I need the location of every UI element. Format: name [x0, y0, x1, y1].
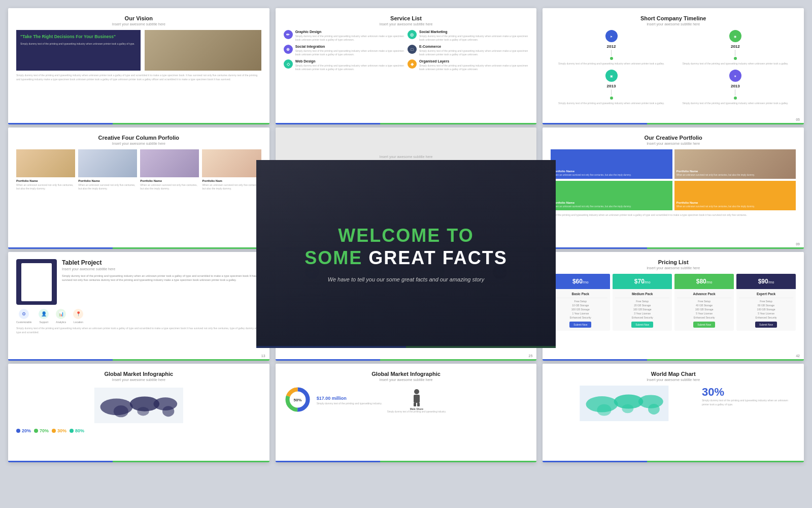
- feature-medium-1: Free Setup: [615, 300, 669, 303]
- overlay-content: WELCOME TO SOME GREAT FACTS We have to t…: [289, 210, 522, 297]
- list-item: ⊕ Social Integration Simply dummy text o…: [284, 45, 404, 56]
- val-70: 70%: [40, 428, 49, 433]
- slide-2-subtitle: Insert your awesome subtitle here: [284, 22, 529, 26]
- feature-expert-3: 100 GB Storage: [739, 308, 793, 311]
- svg-point-20: [622, 404, 634, 414]
- timeline-desc-3: Simply dummy text of the printing and ty…: [682, 62, 788, 66]
- submit-medium-button[interactable]: Submit Now: [631, 322, 653, 328]
- tablet-subtitle: Insert your awesome subtitle here: [62, 267, 261, 271]
- list-item: ◎ Social Marketing Simply dummy text of …: [408, 30, 528, 42]
- svg-rect-14: [414, 403, 416, 406]
- service-name: E-Commerce: [419, 45, 528, 48]
- great-facts-text: GREAT FACTS: [368, 247, 507, 268]
- pct-20: 20%: [16, 428, 31, 433]
- portfolio-grid: Portfolio Name When an unknown survived …: [16, 149, 261, 190]
- welcome-text: WELCOME TO: [338, 225, 473, 246]
- feature-analytics: 📊 Analytics: [56, 309, 66, 324]
- portfolio-name-4: Portfolio Nam: [202, 179, 261, 182]
- male-figure: Male Share Simply dummy text of the prin…: [387, 389, 446, 413]
- submit-basic-button[interactable]: Submit Now: [569, 322, 591, 328]
- slide-portfolio-4col: Creative Four Column Porfolio Insert you…: [8, 128, 269, 249]
- feature-basic-3: 100 GB Storage: [553, 308, 607, 311]
- portfolio-card-img: Portfolio Name When an unknown survived …: [674, 149, 796, 179]
- service-name: Social Integration: [295, 45, 404, 48]
- pricing-header-basic: $60/mo: [551, 274, 610, 289]
- pricing-header-expert: $90/mo: [736, 274, 796, 289]
- slide-8-number: 42: [796, 354, 800, 358]
- portfolio-img-3: [140, 149, 199, 177]
- slide-7-number: 25: [529, 354, 533, 358]
- dot-20: [16, 429, 20, 433]
- analytics-icon: 📊: [56, 309, 66, 319]
- timeline-year-2: 2013: [607, 84, 616, 88]
- port-desc-2: When an unknown survived not only five c…: [676, 174, 755, 177]
- timeline-year-4: 2013: [731, 84, 740, 88]
- service-desc: Simply dummy text of the printing and ty…: [295, 64, 404, 71]
- service-name: Organised Layers: [419, 59, 528, 63]
- pricing-price-basic: $60/mo: [553, 278, 607, 285]
- port-name-4: Portfolio Name: [676, 201, 755, 204]
- portfolio-card-orange: Portfolio Name When an unknown survived …: [674, 181, 796, 210]
- pricing-body-expert: Expert Pack Free Setup 80 GB Storage 100…: [736, 289, 796, 331]
- placeholder-text: Insert your awesome subtitle here: [284, 155, 529, 158]
- timeline-desc-2: Simply dummy text of the printing and ty…: [558, 102, 664, 105]
- slide-4-subtitle: Insert your awesome subtitle here: [16, 142, 261, 145]
- pct-70: 70%: [34, 428, 49, 433]
- pack-name-expert: Expert Pack: [739, 292, 793, 296]
- submit-advance-button[interactable]: Submit Now: [693, 322, 715, 328]
- timeline-desc-1: Simply dummy text of the printing and ty…: [558, 62, 664, 66]
- percentages-row: 20% 70% 30% 80%: [16, 428, 261, 433]
- slide-3-number: 05: [796, 118, 800, 121]
- list-item: Portfolio Name When an unknown survived …: [140, 149, 199, 190]
- service-desc: Simply dummy text of the printing and ty…: [419, 35, 528, 42]
- pricing-header-medium: $70/mo: [613, 274, 672, 289]
- val-30: 30%: [57, 428, 66, 433]
- list-item: ◇ Web Design Simply dummy text of the pr…: [284, 59, 404, 71]
- slide-10-title: Global Market Infographic: [284, 371, 529, 377]
- some-text: SOME: [304, 247, 368, 268]
- pricing-advance: $80/mo Advance Pack Free Setup 40 GB Sto…: [674, 274, 734, 331]
- service-grid: ✏ Graphic Design Simply dummy text of th…: [284, 30, 529, 71]
- pack-name-advance: Advance Pack: [677, 292, 731, 296]
- service-name: Graphic Design: [295, 30, 404, 34]
- pricing-body-basic: Basic Pack Free Setup 10 GB Storage 100 …: [551, 289, 610, 331]
- world-pct-badge: 30%: [702, 386, 796, 399]
- feature-location: 📍 Location: [73, 309, 83, 324]
- slide-5-title: Our Creative Portfolio: [551, 135, 796, 141]
- feature-basic-5: Enhanced Security: [553, 316, 607, 319]
- svg-point-4: [137, 407, 149, 416]
- vision-image: [145, 30, 261, 71]
- dot-30: [52, 429, 56, 433]
- port-name-2: Portfolio Name: [676, 170, 755, 173]
- pack-name-basic: Basic Pack: [553, 292, 607, 296]
- portfolio-desc-1: When an unknown survived not only five c…: [16, 183, 75, 190]
- portfolio-img-4: [202, 149, 261, 177]
- tablet-title: Tablet Project: [62, 259, 261, 266]
- feature-expert-5: Enhanced Security: [739, 316, 793, 319]
- slide-1-subtitle: Insert your awesome subtitle here: [16, 22, 261, 26]
- slide-3-title: Short Company Timeline: [551, 15, 796, 21]
- service-name: Web Design: [295, 59, 404, 63]
- pct-30: 30%: [52, 428, 66, 433]
- vision-quote: "Take The Right Decisions For Your Busin…: [20, 34, 137, 40]
- val-80: 80%: [75, 428, 84, 433]
- slide-11-subtitle: Insert your awesome subtitle here: [551, 378, 796, 382]
- pricing-basic: $60/mo Basic Pack Free Setup 10 GB Stora…: [551, 274, 610, 331]
- service-desc: Simply dummy text of the printing and ty…: [295, 35, 404, 42]
- slide-11-title: World Map Chart: [551, 371, 796, 377]
- portfolio-desc-4: When an unknown survived not only five c…: [202, 183, 261, 190]
- slide-global-2: Global Market Infographic Insert your aw…: [276, 364, 537, 462]
- slide-8-subtitle: Insert your awesome subtitle here: [551, 266, 796, 270]
- tablet-screen: [21, 263, 52, 301]
- creative-portfolio-bottom: out of the printing and typesetting indu…: [551, 213, 796, 217]
- svg-point-22: [648, 404, 660, 415]
- port-name-1: Portfolio Name: [553, 170, 631, 173]
- feature-label-3: Analytics: [56, 321, 66, 324]
- feature-label-1: Customizable: [16, 321, 31, 324]
- slide-1-title: Our Vision: [16, 15, 261, 21]
- pricing-price-advance: $80/mo: [677, 278, 731, 285]
- feature-label-2: Support: [40, 321, 49, 324]
- submit-expert-button[interactable]: Submit Now: [755, 322, 777, 328]
- slide-10-subtitle: Insert your awesome subtitle here: [284, 378, 529, 382]
- feature-medium-2: 20 GB Storage: [615, 304, 669, 307]
